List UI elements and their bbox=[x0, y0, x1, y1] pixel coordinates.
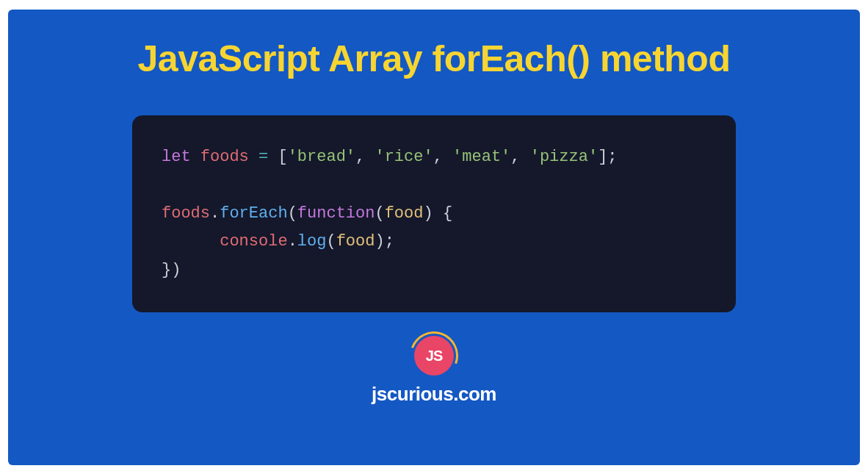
code-token-string: 'pizza' bbox=[530, 148, 598, 166]
footer: JS jscurious.com bbox=[372, 336, 496, 406]
code-indent bbox=[162, 232, 220, 251]
code-token-param: food bbox=[336, 232, 375, 251]
code-token-punc: , bbox=[355, 148, 365, 166]
code-token-punc: ( bbox=[326, 232, 336, 251]
code-block: let foods = ['bread', 'rice', 'meat', 'p… bbox=[132, 115, 736, 313]
code-token-punc: { bbox=[443, 204, 452, 223]
code-token-string: 'meat' bbox=[452, 148, 510, 166]
code-token-string: 'bread' bbox=[288, 148, 355, 166]
logo-text: JS bbox=[426, 348, 442, 365]
code-token-punc: ); bbox=[375, 232, 394, 251]
code-token-variable: foods bbox=[200, 148, 249, 166]
code-token-punc: }) bbox=[162, 261, 181, 279]
code-token-punc: . bbox=[210, 204, 220, 223]
code-token-method: forEach bbox=[220, 204, 287, 223]
code-token-param: food bbox=[385, 204, 424, 223]
code-token-method: log bbox=[297, 232, 327, 251]
promo-card: JavaScript Array forEach() method let fo… bbox=[8, 10, 860, 465]
code-token-variable: foods bbox=[162, 204, 210, 223]
code-content: let foods = ['bread', 'rice', 'meat', 'p… bbox=[162, 143, 706, 285]
code-token-keyword: let bbox=[162, 148, 191, 166]
code-token-punc: ]; bbox=[598, 148, 617, 166]
code-token-string: 'rice' bbox=[375, 148, 433, 166]
code-token-punc: , bbox=[433, 148, 443, 166]
code-token-operator: = bbox=[258, 148, 268, 166]
code-token-punc: . bbox=[288, 232, 297, 251]
code-token-punc: [ bbox=[278, 148, 287, 166]
site-logo: JS bbox=[414, 336, 454, 376]
page-title: JavaScript Array forEach() method bbox=[138, 37, 731, 80]
site-url: jscurious.com bbox=[372, 383, 496, 406]
code-token-punc: ( bbox=[288, 204, 297, 223]
code-token-variable: console bbox=[220, 232, 287, 251]
code-token-punc: ) bbox=[423, 204, 433, 223]
code-token-punc: , bbox=[510, 148, 520, 166]
code-token-function: function bbox=[297, 204, 375, 223]
code-token-punc: ( bbox=[375, 204, 384, 223]
